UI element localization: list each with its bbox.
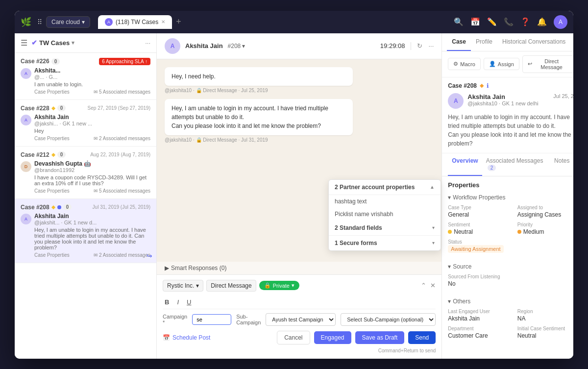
tab-historical[interactable]: Historical Conversations <box>497 33 570 51</box>
tab-profile[interactable]: Profile <box>471 33 497 51</box>
more-options-icon[interactable]: ··· <box>145 39 150 47</box>
case-info-avatar: A <box>448 93 464 109</box>
info-icon[interactable]: ℹ <box>487 82 489 89</box>
case-item[interactable]: Case #228 ◆ 0 Sep 27, 2019 (Sep 27, 2019… <box>15 100 156 147</box>
case-properties-link[interactable]: Case Properties <box>34 89 70 95</box>
command-hint: Command+Return to send <box>378 348 436 353</box>
avatar: D <box>21 161 31 172</box>
refresh-icon[interactable]: ↻ <box>417 42 422 49</box>
italic-button[interactable]: I <box>175 297 181 307</box>
notification-icon[interactable]: 🔔 <box>537 17 547 26</box>
info-tab-overview[interactable]: Overview <box>448 153 482 176</box>
right-panel-tabs: Case Profile Historical Conversations ··… <box>442 33 573 51</box>
blue-dot <box>57 205 61 209</box>
composer-actions: ⌃ ✕ <box>421 282 436 289</box>
private-badge[interactable]: 🔒 Private ▾ <box>259 281 299 290</box>
schedule-post-button[interactable]: 📅 Schedule Post <box>163 334 210 341</box>
divider <box>411 42 411 50</box>
source-props-grid: Sourced From Listening No <box>448 274 573 287</box>
case-item-active[interactable]: Case #208 ◆ 0 Jul 31, 2019 (Jul 25, 2019… <box>15 199 156 263</box>
dropdown-item[interactable]: hashtag text <box>329 195 441 208</box>
left-panel: ☰ ✔ TW Cases ▾ ··· Case #226 0 <box>15 33 157 359</box>
user-avatar[interactable]: A <box>554 15 567 29</box>
others-title[interactable]: ▾ Others <box>448 298 573 305</box>
calendar-icon[interactable]: 📅 <box>470 17 480 26</box>
dropdown-overlay: 2 Partner account properties ▲ hashtag t… <box>328 179 441 251</box>
inbox-select[interactable]: Rystic Inc. ▾ <box>163 280 203 292</box>
send-button[interactable]: Send <box>408 331 436 344</box>
save-as-draft-button[interactable]: Save as Draft <box>355 331 405 344</box>
direct-message-button[interactable]: ↩ Direct Message <box>522 55 573 73</box>
tab-bar: A (118) TW Cases ✕ + <box>98 15 184 29</box>
bold-button[interactable]: B <box>163 297 171 307</box>
sub-campaign-label: Sub-Campaign <box>236 314 261 325</box>
assign-arrow-icon: ↪ <box>147 252 152 260</box>
assign-button[interactable]: 👤 Assign <box>484 58 519 70</box>
macro-icon: ⚙ <box>453 61 458 67</box>
properties-section: Properties ✏ ▾ Workflow Properties Case … <box>442 176 573 263</box>
grid-icon[interactable]: ⠿ <box>37 18 42 26</box>
dropdown-section[interactable]: 1 Secure forms ▾ <box>329 236 441 250</box>
workflow-properties-title[interactable]: ▾ Workflow Properties <box>448 194 573 201</box>
prop-assigned-to: Assigned to Assigning Cases <box>517 205 573 218</box>
case-item[interactable]: Case #226 0 6 Approaching SLA ↑ A Akshit… <box>15 53 156 100</box>
case-user: A Akshita Jain @jakshit... · GK 1 new d.… <box>21 213 150 225</box>
case-properties-link[interactable]: Case Properties <box>34 252 70 258</box>
sub-campaign-select[interactable]: Select Sub-Campaign (optional) <box>341 313 436 326</box>
info-tabs: Overview Associated Messages 2 Notes ··· <box>442 153 573 176</box>
dropdown-item[interactable]: Picklist name vrishabh <box>329 208 441 221</box>
new-tab-button[interactable]: + <box>173 17 184 27</box>
avatar: A <box>21 214 31 224</box>
inbox-title: ✔ TW Cases ▾ <box>31 39 74 47</box>
case-properties-link[interactable]: Case Properties <box>34 188 70 194</box>
info-tab-associated[interactable]: Associated Messages 2 <box>482 153 550 176</box>
chat-case-id[interactable]: #208 ▾ <box>228 43 245 49</box>
macro-button[interactable]: ⚙ Macro <box>448 58 481 70</box>
case-properties-link[interactable]: Case Properties <box>34 136 70 141</box>
active-tab[interactable]: A (118) TW Cases ✕ <box>98 15 172 29</box>
format-bar: B I U <box>163 295 436 309</box>
sla-badge: 6 Approaching SLA ↑ <box>99 58 150 65</box>
dropdown-section[interactable]: 2 Standard fields ▾ <box>329 221 441 236</box>
phone-icon[interactable]: 📞 <box>504 17 514 26</box>
case-item[interactable]: Case #212 ◆ 0 Aug 22, 2019 (Aug 7, 2019)… <box>15 147 156 199</box>
cancel-button[interactable]: Cancel <box>277 331 310 344</box>
prop-status: Status Awaiting Assignment <box>448 239 514 252</box>
prop-case-type: Case Type General <box>448 205 514 218</box>
chat-username: Akshita Jain <box>185 42 223 49</box>
message-icon: ↩ <box>528 61 532 67</box>
prop-department: Department Customer Care <box>448 326 514 339</box>
info-tab-notes[interactable]: Notes <box>550 153 573 176</box>
dropdown-section[interactable]: 2 Partner account properties ▲ <box>329 180 441 195</box>
edit-icon[interactable]: ✏️ <box>487 17 497 26</box>
source-title[interactable]: ▾ Source <box>448 263 573 270</box>
source-section: ▾ Source Sourced From Listening No <box>442 263 573 298</box>
tab-avatar: A <box>105 18 113 26</box>
avatar: A <box>21 115 31 125</box>
more-icon[interactable]: ··· <box>428 42 434 49</box>
menu-icon[interactable]: ☰ <box>21 38 27 48</box>
help-icon[interactable]: ❓ <box>520 17 530 26</box>
campaign-search-input[interactable] <box>192 314 231 325</box>
close-icon[interactable]: ✕ <box>430 282 436 289</box>
chat-avatar: A <box>165 38 180 54</box>
expand-icon[interactable]: ⌃ <box>421 282 426 289</box>
care-cloud-button[interactable]: Care cloud ▾ <box>46 16 90 28</box>
engaged-button[interactable]: Engaged <box>314 331 351 344</box>
underline-button[interactable]: U <box>185 297 193 307</box>
middle-panel: A Akshita Jain #208 ▾ 19:29:08 ↻ ··· Hey… <box>157 33 441 359</box>
message-type-select[interactable]: Direct Message <box>206 280 256 292</box>
chat-actions: 19:29:08 ↻ ··· <box>380 42 434 50</box>
case-id: Case #228 ◆ 0 <box>21 105 66 112</box>
case-user: D Devashish Gupta 🤖 @brandon11992 <box>21 160 150 173</box>
composer: Rystic Inc. ▾ Direct Message 🔒 Private ▾… <box>157 274 441 359</box>
associated-messages: ✉ 2 Associated messages <box>94 252 150 258</box>
message-wrapper: Hey, I am unable to login in my account.… <box>165 99 434 143</box>
smart-responses[interactable]: ▶ Smart Responses (0) <box>157 262 441 274</box>
tab-close-icon[interactable]: ✕ <box>161 19 165 25</box>
campaign-select[interactable]: Ayush test Campaign <box>266 313 336 326</box>
case-id: Case #212 ◆ 0 <box>21 151 66 158</box>
tab-case[interactable]: Case <box>447 33 471 51</box>
others-section: ▾ Others Last Engaged User Akshita Jain … <box>442 298 573 350</box>
search-icon[interactable]: 🔍 <box>454 17 464 26</box>
